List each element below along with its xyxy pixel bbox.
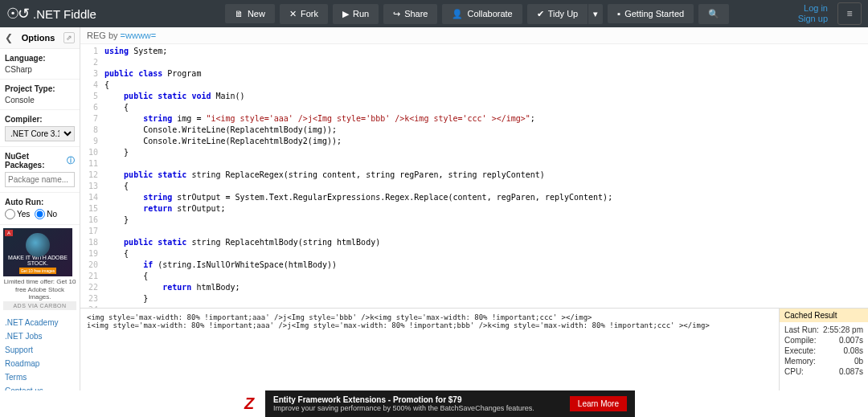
language-label: Language: [5,54,75,63]
stats-header: Cached Result [780,309,868,322]
adobe-icon: A [5,230,13,236]
nuget-input[interactable] [5,172,75,187]
compiler-label: Compiler: [5,115,75,124]
stats-row: CPU:0.087s [784,367,863,376]
stats-panel: Cached Result Last Run:2:55:28 pmCompile… [780,309,868,390]
autorun-label: Auto Run: [5,198,75,206]
code-editor[interactable]: 1234567891011121314151617181920212223242… [80,44,868,309]
promo-logo: Z [233,390,265,417]
run-button[interactable]: ▶Run [333,4,379,24]
stats-row: Compile:0.007s [784,336,863,345]
file-icon: 🗎 [235,9,244,18]
projecttype-label: Project Type: [5,84,75,93]
tidyup-dropdown[interactable]: ▾ [588,4,603,24]
fiddle-title-bar[interactable]: REG by =wwww= [80,27,868,44]
search-button[interactable]: 🔍 [698,4,729,24]
code-content[interactable]: using System;public class Program{ publi… [101,44,868,308]
promo-title: Entity Framework Extensions - Promotion … [273,395,534,404]
top-toolbar: ☉↺ .NET Fiddle 🗎New ✕Fork ▶Run ↪Share 👤C… [0,0,868,27]
share-icon: ↪ [393,9,400,19]
fiddle-author[interactable]: =wwww= [121,31,157,40]
hamburger-menu[interactable]: ≡ [837,2,862,25]
caret-down-icon: ▾ [593,9,598,19]
run-label: Run [353,9,369,18]
sidebar-title: Options [13,33,63,43]
share-label: Share [404,9,428,18]
projecttype-value[interactable]: Console [5,96,75,104]
stats-row: Last Run:2:55:28 pm [784,325,863,334]
output-panel: <img style='max-width: 80% !important;aa… [80,309,780,390]
stats-row: Memory:0b [784,357,863,366]
pin-sidebar-icon[interactable]: ⇗ [63,32,75,43]
compiler-select[interactable]: .NET Core 3.1 [5,126,75,141]
sidebar-link[interactable]: .NET Academy [5,318,75,327]
ad-via: ADS VIA CARBON [3,301,76,310]
book-icon: ▪ [617,9,620,18]
promo-banner[interactable]: Z Entity Framework Extensions - Promotio… [233,390,635,417]
carbon-ad[interactable]: A MAKE IT WITH ADOBE STOCK. Get 10 free … [3,228,76,310]
brand-logo-icon: ☉↺ [6,5,28,22]
promo-learnmore-button[interactable]: Learn More [570,396,627,411]
play-icon: ▶ [342,9,349,19]
ad-text: Limited time offer: Get 10 free Adobe St… [3,278,76,301]
brand[interactable]: ☉↺ .NET Fiddle [6,5,96,22]
autorun-no[interactable]: No [35,209,57,219]
fork-label: Fork [301,9,318,18]
new-button[interactable]: 🗎New [225,4,275,23]
options-sidebar: ❮ Options ⇗ Language: CSharp Project Typ… [0,27,80,390]
main-area: REG by =wwww= 12345678910111213141516171… [80,27,868,390]
auth-links: Log in Sign up [798,3,828,24]
autorun-yes[interactable]: Yes [5,209,30,219]
brand-text: .NET Fiddle [33,7,96,21]
fork-button[interactable]: ✕Fork [280,4,328,24]
nuget-label: NuGet Packages:ⓘ [5,152,75,170]
new-label: New [248,9,265,18]
fork-icon: ✕ [289,9,297,19]
tidyup-button[interactable]: ✔Tidy Up [527,4,588,24]
share-button[interactable]: ↪Share [383,4,437,24]
getting-started-button[interactable]: ▪Getting Started [608,4,694,23]
stats-row: Execute:0.08s [784,346,863,355]
signup-link[interactable]: Sign up [798,14,828,24]
z-icon: Z [244,395,254,413]
search-icon: 🔍 [708,9,719,19]
getting-started-label: Getting Started [624,9,684,18]
sidebar-link[interactable]: Terms [5,373,75,382]
collaborate-button[interactable]: 👤Collaborate [442,4,522,24]
ad-image: A MAKE IT WITH ADOBE STOCK. Get 10 free … [3,228,72,276]
login-link[interactable]: Log in [798,3,828,14]
sidebar-link[interactable]: Roadmap [5,359,75,368]
line-gutter: 1234567891011121314151617181920212223242… [80,44,101,308]
sidebar-link[interactable]: Support [5,345,75,354]
promo-subtitle: Improve your saving performance by 500% … [273,404,534,412]
collaborate-label: Collaborate [467,9,512,18]
sidebar-link[interactable]: .NET Jobs [5,332,75,341]
info-icon[interactable]: ⓘ [67,155,75,166]
tidyup-label: Tidy Up [548,9,579,18]
check-icon: ✔ [537,9,544,19]
language-value[interactable]: CSharp [5,65,75,74]
user-icon: 👤 [452,9,463,19]
menu-icon: ≡ [846,8,852,19]
sidebar-link[interactable]: Contact us [5,386,75,390]
fiddle-name: REG by [87,31,121,40]
collapse-sidebar-icon[interactable]: ❮ [5,32,13,43]
